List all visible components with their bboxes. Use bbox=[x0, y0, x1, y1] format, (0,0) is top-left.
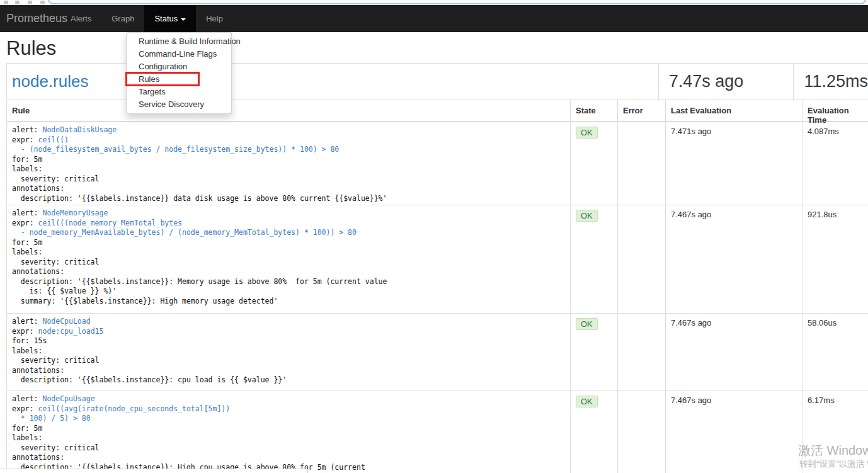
rule-link[interactable]: ceil((1 bbox=[38, 135, 69, 144]
yaml-text: description: '{{$labels.instance}} data … bbox=[12, 194, 387, 203]
nav-item-graph[interactable]: Graph bbox=[101, 5, 144, 32]
yaml-text: alert: bbox=[12, 208, 42, 217]
windows-activation-watermark-line2: 转到“设置”以激活 Windows bbox=[799, 459, 868, 470]
state-cell: OK bbox=[571, 314, 618, 390]
yaml-text: for: 15s bbox=[12, 336, 47, 345]
state-badge-ok: OK bbox=[576, 396, 598, 407]
browser-forward-icon[interactable] bbox=[15, 1, 20, 4]
yaml-text: annotations: bbox=[12, 453, 64, 462]
rule-definition: alert: NodeDataDiskUsage expr: ceil((1 -… bbox=[7, 122, 571, 205]
error-cell bbox=[618, 314, 666, 390]
top-navbar: Prometheus AlertsGraphStatusHelp bbox=[0, 5, 868, 32]
yaml-text: description: '{{$labels.instance}}: Memo… bbox=[12, 277, 387, 286]
nav-item-help[interactable]: Help bbox=[196, 5, 233, 32]
rule-link[interactable]: NodeCpuLoad bbox=[42, 317, 90, 326]
yaml-text: for: 5m bbox=[12, 424, 42, 433]
rule-link[interactable]: NodeDataDiskUsage bbox=[42, 125, 117, 134]
state-badge-ok: OK bbox=[576, 210, 598, 222]
yaml-text: severity: critical bbox=[12, 356, 99, 365]
column-header-error: Error bbox=[618, 100, 666, 121]
column-header-state: State bbox=[571, 100, 618, 121]
yaml-text: expr: bbox=[12, 219, 38, 227]
rule-link[interactable]: NodeMemoryUsage bbox=[42, 208, 108, 217]
evaluation-time-cell: 921.8us bbox=[802, 205, 868, 313]
browser-link-preview: 10.10.10.11:59090/rules bbox=[0, 469, 308, 473]
yaml-text: expr: bbox=[12, 404, 38, 413]
yaml-text: severity: critical bbox=[12, 258, 99, 266]
state-badge-ok: OK bbox=[576, 127, 598, 139]
rule-link[interactable]: * 100) / 5) > 80 bbox=[12, 414, 91, 423]
browser-refresh-icon[interactable] bbox=[28, 1, 32, 4]
yaml-text: summary: '{{$labels.instance}}: High mem… bbox=[12, 297, 278, 305]
rule-group-name-cell: node.rules bbox=[7, 64, 659, 100]
rule-definition: alert: NodeCpuUsage expr: ceil((avg(irat… bbox=[7, 391, 571, 473]
rules-highlight-annotation bbox=[125, 72, 200, 86]
menu-item-service-discovery[interactable]: Service Discovery bbox=[127, 98, 231, 111]
browser-chrome-strip bbox=[0, 0, 868, 5]
state-cell: OK bbox=[571, 391, 618, 473]
column-header-last-evaluation: Last Evaluation bbox=[666, 100, 802, 121]
page-title: Rules bbox=[6, 37, 56, 60]
rule-row-node-data-disk-usage: alert: NodeDataDiskUsage expr: ceil((1 -… bbox=[7, 122, 868, 205]
rule-definition: alert: NodeCpuLoad expr: node:cpu_load15… bbox=[7, 314, 571, 390]
yaml-text: labels: bbox=[12, 433, 42, 442]
yaml-text: labels: bbox=[12, 164, 42, 173]
last-evaluation-cell: 7.467s ago bbox=[666, 391, 802, 473]
last-evaluation-cell: 7.467s ago bbox=[666, 314, 802, 390]
yaml-text: for: 5m bbox=[12, 238, 42, 247]
state-cell: OK bbox=[571, 205, 618, 313]
yaml-text: for: 5m bbox=[12, 155, 42, 164]
yaml-text: alert: bbox=[12, 125, 42, 134]
yaml-text: is: {{ $value }} %)' bbox=[12, 287, 117, 295]
yaml-text: labels: bbox=[12, 248, 42, 256]
yaml-text: expr: bbox=[12, 135, 38, 144]
rule-link[interactable]: - node_memory_MemAvailable_bytes) / (nod… bbox=[12, 228, 357, 237]
rule-link[interactable]: ceil(((node_memory_MemTotal_bytes bbox=[38, 219, 182, 227]
rules-table: node.rules 7.47s ago 11.25ms RuleStateEr… bbox=[6, 63, 868, 473]
menu-item-runtime-build-information[interactable]: Runtime & Build Information bbox=[127, 35, 231, 48]
nav-item-alerts[interactable]: Alerts bbox=[60, 5, 101, 32]
yaml-text: severity: critical bbox=[12, 174, 99, 183]
yaml-text: description: '{{$labels.instance}}: cpu … bbox=[12, 375, 287, 384]
yaml-text: expr: bbox=[12, 327, 38, 336]
state-badge-ok: OK bbox=[576, 318, 598, 330]
state-cell: OK bbox=[571, 122, 618, 205]
yaml-text: annotations: bbox=[12, 366, 64, 375]
rules-table-body: alert: NodeDataDiskUsage expr: ceil((1 -… bbox=[7, 122, 868, 473]
browser-home-icon[interactable] bbox=[40, 1, 45, 4]
rule-row-node-cpu-usage: alert: NodeCpuUsage expr: ceil((avg(irat… bbox=[7, 391, 868, 473]
windows-activation-watermark-line1: 激活 Windows bbox=[798, 442, 868, 459]
nav-item-status[interactable]: Status bbox=[144, 5, 196, 32]
yaml-text: severity: critical bbox=[12, 443, 99, 452]
column-header-evaluation-time: Evaluation Time bbox=[802, 100, 868, 121]
browser-back-icon[interactable] bbox=[4, 1, 8, 4]
yaml-text: alert: bbox=[12, 317, 42, 326]
group-evaluation-time: 11.25ms bbox=[794, 64, 868, 100]
menu-item-configuration[interactable]: Configuration bbox=[127, 60, 231, 73]
rule-group-link[interactable]: node.rules bbox=[12, 72, 88, 91]
error-cell bbox=[618, 122, 666, 205]
rule-link[interactable]: NodeCpuUsage bbox=[42, 394, 94, 403]
yaml-text: alert: bbox=[12, 394, 42, 403]
rule-link[interactable]: - (node_filesystem_avail_bytes / node_fi… bbox=[12, 145, 339, 154]
last-evaluation-cell: 7.467s ago bbox=[666, 205, 802, 313]
menu-item-command-line-flags[interactable]: Command-Line Flags bbox=[127, 48, 231, 60]
column-header-rule: Rule bbox=[7, 100, 571, 121]
evaluation-time-cell: 4.087ms bbox=[802, 122, 868, 205]
last-evaluation-cell: 7.471s ago bbox=[666, 122, 802, 205]
yaml-text: labels: bbox=[12, 346, 42, 355]
rule-link[interactable]: node:cpu_load15 bbox=[38, 327, 104, 336]
caret-down-icon bbox=[181, 18, 186, 21]
rule-row-node-memory-usage: alert: NodeMemoryUsage expr: ceil(((node… bbox=[7, 205, 868, 314]
group-last-evaluation: 7.47s ago bbox=[659, 64, 794, 100]
rule-definition: alert: NodeMemoryUsage expr: ceil(((node… bbox=[7, 205, 571, 313]
browser-address-bar[interactable] bbox=[48, 0, 866, 4]
yaml-text: annotations: bbox=[12, 267, 64, 276]
evaluation-time-cell: 58.06us bbox=[802, 314, 868, 390]
brand-prometheus[interactable]: Prometheus bbox=[6, 5, 67, 32]
menu-item-targets[interactable]: Targets bbox=[127, 86, 231, 98]
error-cell bbox=[618, 205, 666, 313]
rule-row-node-cpu-load: alert: NodeCpuLoad expr: node:cpu_load15… bbox=[7, 314, 868, 391]
nav-items: AlertsGraphStatusHelp bbox=[60, 5, 233, 32]
rule-link[interactable]: ceil((avg(irate(node_cpu_seconds_total[5… bbox=[38, 404, 231, 413]
